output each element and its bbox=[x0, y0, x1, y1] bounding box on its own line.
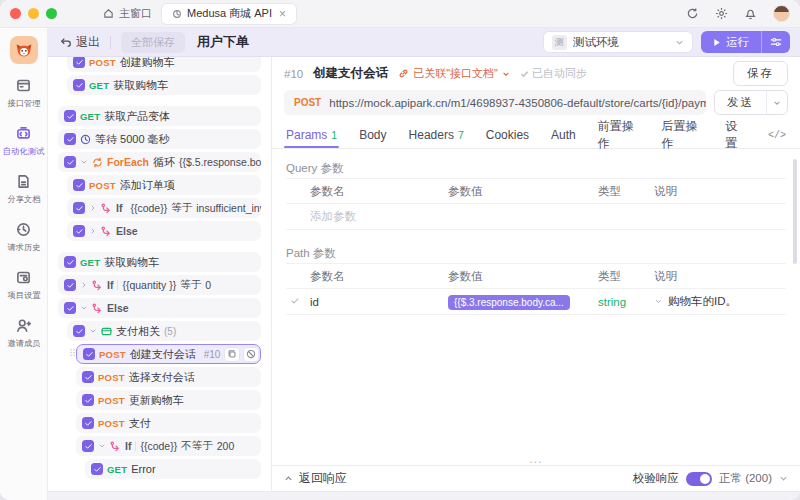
step-checkbox[interactable] bbox=[82, 417, 94, 429]
user-avatar[interactable] bbox=[773, 5, 790, 22]
step-row-4[interactable]: ForEach循环{{$.5.response.body.variants}} bbox=[58, 152, 261, 172]
path-param-row-0[interactable]: id{{$.3.response.body.ca...string购物车的ID。 bbox=[286, 289, 786, 315]
chevron-down-icon[interactable] bbox=[80, 158, 88, 166]
maximize-window-button[interactable] bbox=[46, 8, 57, 19]
step-checkbox[interactable] bbox=[82, 371, 94, 383]
exit-button[interactable]: 退出 bbox=[60, 34, 100, 51]
step-row-14[interactable]: POST更新购物车 bbox=[76, 390, 261, 410]
validate-response-toggle[interactable] bbox=[686, 472, 712, 486]
step-checkbox[interactable] bbox=[82, 440, 94, 452]
environment-select[interactable]: 测 测试环境 bbox=[543, 31, 693, 53]
save-button[interactable]: 保存 bbox=[733, 61, 788, 86]
step-row-8[interactable]: GET获取购物车 bbox=[58, 252, 261, 272]
chevron-down-icon[interactable] bbox=[779, 474, 788, 483]
sidebar-item-3[interactable]: 请求历史 bbox=[1, 222, 46, 254]
param-type[interactable]: string bbox=[598, 296, 654, 308]
linked-api-doc-button[interactable]: 已关联"接口文档" bbox=[398, 66, 510, 81]
step-row-15[interactable]: POST支付 bbox=[76, 413, 261, 433]
param-check-icon[interactable] bbox=[290, 296, 300, 306]
environment-badge: 测 bbox=[552, 35, 567, 50]
step-checkbox[interactable] bbox=[73, 79, 85, 91]
close-window-button[interactable] bbox=[10, 8, 21, 19]
gear-icon[interactable] bbox=[715, 7, 729, 21]
sidebar-item-5[interactable]: 邀请成员 bbox=[1, 318, 46, 350]
chevron-down-icon[interactable] bbox=[654, 297, 663, 306]
code-view-icon[interactable]: </> bbox=[768, 130, 786, 141]
close-tab-icon[interactable]: × bbox=[279, 7, 286, 21]
tab-auth[interactable]: Auth bbox=[551, 122, 576, 148]
step-label: 添加订单项 bbox=[120, 178, 175, 193]
step-checkbox[interactable] bbox=[83, 348, 95, 360]
param-name[interactable]: id bbox=[310, 296, 448, 308]
query-add-row[interactable]: 添加参数 bbox=[286, 204, 786, 230]
step-label: 获取产品变体 bbox=[104, 109, 170, 124]
step-row-0[interactable]: POST创建购物车 bbox=[67, 57, 261, 72]
step-checkbox[interactable] bbox=[64, 156, 76, 168]
step-checkbox[interactable] bbox=[64, 302, 76, 314]
step-row-12[interactable]: POST创建支付会话#10+ bbox=[76, 344, 261, 364]
step-checkbox[interactable] bbox=[91, 463, 103, 475]
chevron-right-icon[interactable] bbox=[89, 204, 97, 212]
step-row-9[interactable]: If{{quantity }}等于0 bbox=[58, 275, 261, 295]
scrollbar[interactable] bbox=[793, 159, 797, 264]
tab-tab5[interactable]: 前置操作 bbox=[598, 122, 640, 148]
disable-step-button[interactable] bbox=[243, 347, 259, 362]
step-checkbox[interactable] bbox=[82, 394, 94, 406]
step-row-7[interactable]: Else bbox=[67, 221, 261, 241]
step-row-6[interactable]: If{{code}}等于insufficient_inventory bbox=[67, 198, 261, 218]
step-row-13[interactable]: POST选择支付会话 bbox=[76, 367, 261, 387]
param-value-cell[interactable]: {{$.3.response.body.ca... bbox=[448, 296, 598, 308]
drag-handle-icon[interactable] bbox=[68, 348, 77, 357]
chevron-down-icon[interactable] bbox=[98, 442, 106, 450]
step-row-16[interactable]: If{{code}}不等于200 bbox=[76, 436, 261, 456]
chevron-right-icon[interactable] bbox=[89, 227, 97, 235]
step-row-11[interactable]: 支付相关(5) bbox=[67, 321, 261, 341]
step-checkbox[interactable] bbox=[64, 279, 76, 291]
tab-headers[interactable]: Headers7 bbox=[409, 122, 464, 148]
sidebar-item-0[interactable]: 接口管理 bbox=[1, 78, 46, 110]
duplicate-step-button[interactable] bbox=[224, 347, 240, 362]
sidebar-item-1[interactable]: 自动化测试 bbox=[1, 126, 46, 158]
tab-body[interactable]: Body bbox=[359, 122, 386, 148]
response-toggle-button[interactable]: 返回响应 bbox=[284, 470, 347, 487]
minimize-window-button[interactable] bbox=[28, 8, 39, 19]
step-row-5[interactable]: POST添加订单项 bbox=[67, 175, 261, 195]
step-checkbox[interactable] bbox=[73, 179, 85, 191]
add-param-placeholder[interactable]: 添加参数 bbox=[310, 209, 448, 224]
tab-tab7[interactable]: 设置 bbox=[725, 122, 746, 148]
step-checkbox[interactable] bbox=[73, 225, 85, 237]
chevron-down-icon[interactable] bbox=[80, 304, 88, 312]
step-row-2[interactable]: GET获取产品变体 bbox=[58, 106, 261, 126]
send-button[interactable]: 发送 bbox=[715, 91, 766, 114]
step-row-1[interactable]: GET获取购物车 bbox=[67, 75, 261, 95]
step-checkbox[interactable] bbox=[64, 133, 76, 145]
save-all-button[interactable]: 全部保存 bbox=[121, 32, 185, 53]
response-resize-handle[interactable]: ... bbox=[272, 455, 800, 465]
param-description[interactable]: 购物车的ID。 bbox=[654, 294, 786, 309]
step-row-3[interactable]: 等待 5000 毫秒 bbox=[58, 129, 261, 149]
chevron-down-icon[interactable] bbox=[89, 327, 97, 335]
window-tab-main[interactable]: 主窗口 bbox=[93, 4, 162, 24]
step-checkbox[interactable] bbox=[73, 202, 85, 214]
step-checkbox[interactable] bbox=[64, 110, 76, 122]
step-row-10[interactable]: Else bbox=[58, 298, 261, 318]
param-value-chip[interactable]: {{$.3.response.body.ca... bbox=[448, 295, 570, 310]
tab-tab6[interactable]: 后置操作 bbox=[661, 122, 703, 148]
sync-icon[interactable] bbox=[686, 7, 700, 21]
send-options-button[interactable] bbox=[766, 91, 787, 114]
step-checkbox[interactable] bbox=[73, 57, 85, 68]
run-options-button[interactable] bbox=[761, 31, 790, 53]
run-button[interactable]: 运行 bbox=[701, 31, 761, 53]
project-logo[interactable] bbox=[10, 36, 38, 64]
step-checkbox[interactable] bbox=[73, 325, 85, 337]
sidebar-item-4[interactable]: 项目设置 bbox=[1, 270, 46, 302]
window-tab-project[interactable]: Medusa 商城 API × bbox=[162, 4, 296, 24]
sidebar-item-2[interactable]: 分享文档 bbox=[1, 174, 46, 206]
tab-cookies[interactable]: Cookies bbox=[486, 122, 529, 148]
chevron-right-icon[interactable] bbox=[80, 281, 88, 289]
bell-icon[interactable] bbox=[744, 7, 758, 21]
tab-params[interactable]: Params1 bbox=[286, 122, 337, 148]
step-checkbox[interactable] bbox=[64, 256, 76, 268]
url-input[interactable]: POST https://mock.apipark.cn/m1/4698937-… bbox=[284, 90, 706, 115]
step-row-17[interactable]: GETError bbox=[85, 459, 261, 479]
